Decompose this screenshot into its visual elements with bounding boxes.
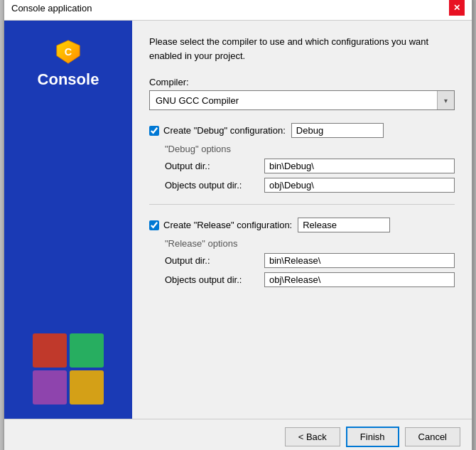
back-button[interactable]: < Back	[285, 427, 340, 446]
debug-output-label: Output dir.:	[165, 161, 264, 171]
left-panel: C Console	[4, 21, 132, 419]
release-options-label: "Release" options	[165, 238, 455, 249]
cube-yellow	[70, 370, 104, 405]
cube-red	[33, 333, 67, 368]
release-config-section: Create "Release" configuration: "Release…	[149, 218, 455, 287]
debug-objects-label: Objects output dir.:	[165, 180, 264, 191]
finish-button[interactable]: Finish	[346, 427, 399, 447]
release-config-row: Create "Release" configuration:	[149, 218, 455, 232]
debug-config-label: Create "Debug" configuration:	[163, 125, 286, 136]
console-label: Console	[38, 70, 99, 89]
console-shield-icon: C	[55, 39, 81, 65]
svg-text:C: C	[65, 46, 72, 58]
release-objects-input[interactable]	[264, 272, 455, 287]
right-panel: Please select the compiler to use and wh…	[132, 21, 472, 419]
dialog: Console application ✕ C Console	[4, 0, 472, 450]
release-output-input[interactable]	[264, 253, 455, 268]
dialog-title: Console application	[11, 3, 92, 14]
release-checkbox[interactable]	[149, 220, 159, 230]
title-bar: Console application ✕	[4, 0, 472, 21]
debug-output-row: Output dir.:	[165, 159, 455, 173]
dialog-body: C Console Please select the compiler to …	[4, 21, 472, 419]
debug-objects-input[interactable]	[264, 178, 455, 193]
release-output-row: Output dir.:	[165, 253, 455, 268]
cube-graphic	[33, 333, 104, 405]
compiler-select[interactable]: GNU GCC Compiler	[150, 92, 437, 109]
release-name-input[interactable]	[298, 218, 390, 232]
compiler-label: Compiler:	[149, 77, 455, 87]
debug-output-input[interactable]	[264, 159, 455, 173]
separator	[149, 204, 455, 205]
compiler-group: Compiler: GNU GCC Compiler ▾	[149, 77, 455, 110]
cancel-button[interactable]: Cancel	[405, 427, 460, 446]
debug-objects-row: Objects output dir.:	[165, 178, 455, 193]
cube-purple	[33, 370, 67, 405]
release-config-label: Create "Release" configuration:	[163, 220, 292, 230]
release-objects-label: Objects output dir.:	[165, 274, 264, 285]
close-button[interactable]: ✕	[449, 0, 465, 16]
release-objects-row: Objects output dir.:	[165, 272, 455, 287]
debug-config-section: Create "Debug" configuration: "Debug" op…	[149, 123, 455, 193]
debug-config-row: Create "Debug" configuration:	[149, 123, 455, 138]
select-arrow-icon: ▾	[437, 91, 454, 109]
release-output-label: Output dir.:	[165, 255, 264, 266]
debug-options-label: "Debug" options	[165, 144, 455, 154]
debug-checkbox[interactable]	[149, 126, 159, 136]
console-logo: C Console	[38, 39, 99, 89]
cube-green	[70, 333, 104, 368]
debug-name-input[interactable]	[291, 123, 384, 138]
footer: < Back Finish Cancel	[4, 419, 472, 450]
description-text: Please select the compiler to use and wh…	[149, 35, 455, 63]
compiler-select-wrapper[interactable]: GNU GCC Compiler ▾	[149, 90, 455, 110]
